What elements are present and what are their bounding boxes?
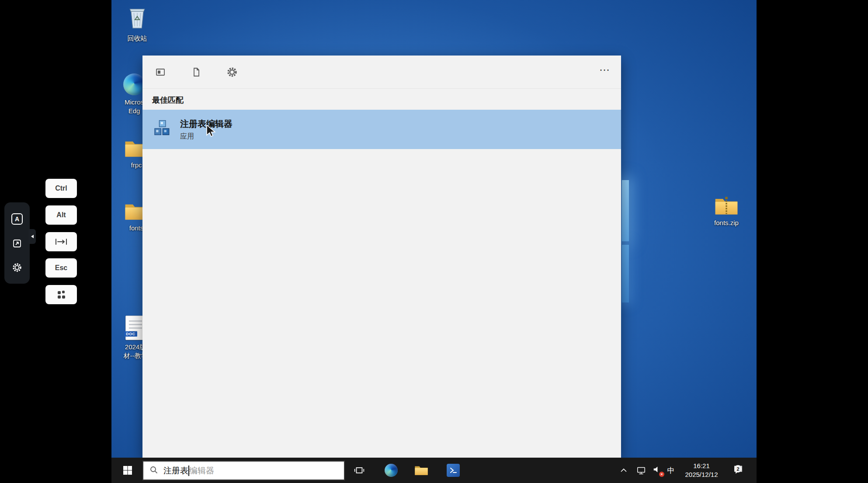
- windows-desktop: 回收站 Micros Edg frpc: [111, 0, 757, 483]
- desktop-icon-fonts-zip[interactable]: fonts.zip: [704, 196, 749, 227]
- settings-filter-icon[interactable]: [225, 65, 240, 80]
- desktop-icon-label: Micros Edg: [125, 98, 144, 115]
- clock-time: 16:21: [693, 462, 710, 470]
- taskbar-search-input[interactable]: 注册表 编辑器: [142, 461, 345, 480]
- recycle-bin-icon: [126, 5, 149, 31]
- best-match-header: 最佳匹配: [142, 89, 621, 110]
- edge-icon: [385, 464, 398, 477]
- network-tray-icon[interactable]: [632, 458, 650, 483]
- keyboard-toggle-icon[interactable]: A: [11, 213, 23, 225]
- result-text: 注册表编辑器 应用: [180, 118, 233, 141]
- clock-date: 2025/12/12: [685, 470, 718, 479]
- desktop-icon-label: fonts.zip: [714, 219, 739, 227]
- result-title: 注册表编辑器: [180, 118, 233, 130]
- desktop-icon-label: frpc: [131, 161, 142, 170]
- wallpaper-light-beam: [622, 180, 629, 241]
- resize-scale-icon[interactable]: [12, 238, 22, 249]
- key-grid-icon: [56, 290, 66, 299]
- chevron-left-icon: [31, 234, 34, 239]
- search-icon: [149, 466, 158, 476]
- remote-desktop-screen: 回收站 Micros Edg frpc: [0, 0, 868, 483]
- notification-count-badge: 2: [734, 465, 742, 473]
- desktop-icon-label: fonts: [129, 224, 144, 233]
- documents-filter-icon[interactable]: [189, 65, 204, 80]
- desktop-icon-recycle-bin[interactable]: 回收站: [115, 5, 160, 43]
- ctrl-key-button[interactable]: Ctrl: [45, 179, 77, 198]
- taskbar-clock[interactable]: 16:21 2025/12/12: [679, 458, 724, 483]
- more-keys-button[interactable]: [45, 285, 77, 304]
- registry-editor-icon: [153, 119, 171, 139]
- edge-taskbar-button[interactable]: [381, 458, 402, 483]
- remote-toolbar-panel: A: [4, 202, 30, 284]
- start-search-flyout: ⋯ 最佳匹配 注册表编辑器 应用: [142, 56, 621, 458]
- zip-folder-icon: [714, 196, 739, 216]
- typed-query: 注册表: [163, 465, 188, 476]
- apps-filter-icon[interactable]: [153, 65, 168, 80]
- doc-tag: DOC: [124, 331, 137, 337]
- taskbar: 注册表 编辑器: [111, 458, 757, 483]
- desktop-icon-label: 回收站: [128, 34, 147, 43]
- search-filter-toolbar: ⋯: [142, 56, 621, 89]
- search-result-registry-editor[interactable]: 注册表编辑器 应用: [142, 110, 621, 149]
- esc-key-button[interactable]: Esc: [45, 258, 77, 278]
- autocomplete-suggestion: 编辑器: [189, 465, 214, 476]
- settings-gear-icon[interactable]: [12, 262, 22, 273]
- task-view-button[interactable]: [349, 458, 370, 483]
- result-subtitle: 应用: [180, 132, 233, 141]
- hidden-icons-chevron[interactable]: [615, 458, 632, 483]
- edge-icon: [123, 73, 145, 95]
- action-center-button[interactable]: 2: [727, 458, 750, 483]
- powershell-icon: [447, 464, 460, 477]
- search-text: 注册表 编辑器: [163, 465, 214, 476]
- start-button[interactable]: [115, 458, 140, 483]
- collapse-panel-tab[interactable]: [29, 229, 36, 244]
- alt-key-button[interactable]: Alt: [45, 205, 77, 225]
- tab-key-icon: [55, 238, 67, 245]
- ime-indicator[interactable]: 中: [663, 458, 679, 483]
- tab-key-button[interactable]: [45, 232, 77, 251]
- more-options-icon[interactable]: ⋯: [599, 70, 611, 74]
- powershell-button[interactable]: [443, 458, 464, 483]
- file-explorer-button[interactable]: [411, 458, 432, 483]
- wallpaper-light-beam: [622, 245, 629, 302]
